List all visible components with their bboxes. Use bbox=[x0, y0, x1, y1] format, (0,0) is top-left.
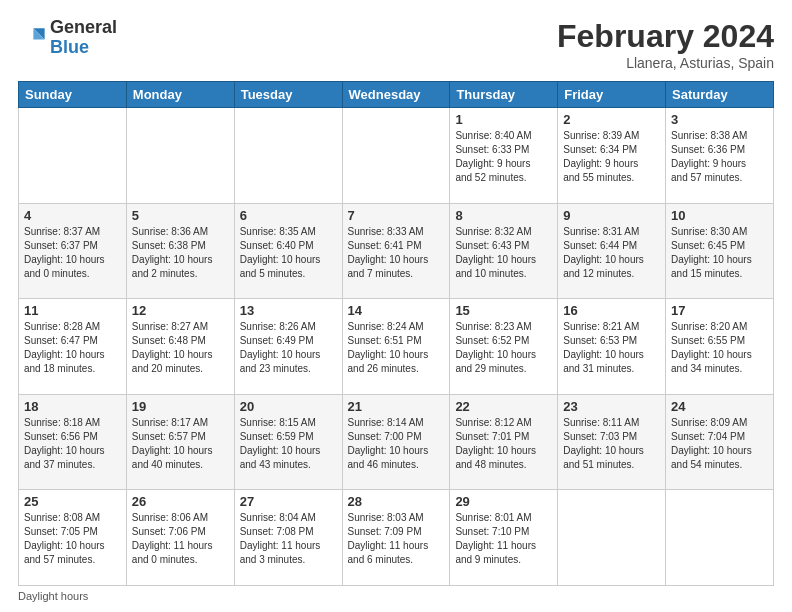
header: General Blue February 2024 Llanera, Astu… bbox=[18, 18, 774, 71]
day-info: Sunrise: 8:03 AM Sunset: 7:09 PM Dayligh… bbox=[348, 511, 445, 567]
day-number: 3 bbox=[671, 112, 768, 127]
logo-icon bbox=[18, 24, 46, 52]
day-number: 18 bbox=[24, 399, 121, 414]
calendar-cell: 17Sunrise: 8:20 AM Sunset: 6:55 PM Dayli… bbox=[666, 299, 774, 395]
day-number: 28 bbox=[348, 494, 445, 509]
calendar-cell: 18Sunrise: 8:18 AM Sunset: 6:56 PM Dayli… bbox=[19, 394, 127, 490]
calendar-cell: 29Sunrise: 8:01 AM Sunset: 7:10 PM Dayli… bbox=[450, 490, 558, 586]
day-info: Sunrise: 8:28 AM Sunset: 6:47 PM Dayligh… bbox=[24, 320, 121, 376]
day-info: Sunrise: 8:06 AM Sunset: 7:06 PM Dayligh… bbox=[132, 511, 229, 567]
page: General Blue February 2024 Llanera, Astu… bbox=[0, 0, 792, 612]
calendar-week-row: 1Sunrise: 8:40 AM Sunset: 6:33 PM Daylig… bbox=[19, 108, 774, 204]
calendar-cell: 26Sunrise: 8:06 AM Sunset: 7:06 PM Dayli… bbox=[126, 490, 234, 586]
calendar-cell bbox=[19, 108, 127, 204]
calendar-table: SundayMondayTuesdayWednesdayThursdayFrid… bbox=[18, 81, 774, 586]
logo-text: General Blue bbox=[50, 18, 117, 58]
day-info: Sunrise: 8:36 AM Sunset: 6:38 PM Dayligh… bbox=[132, 225, 229, 281]
day-info: Sunrise: 8:38 AM Sunset: 6:36 PM Dayligh… bbox=[671, 129, 768, 185]
day-number: 7 bbox=[348, 208, 445, 223]
day-number: 12 bbox=[132, 303, 229, 318]
day-info: Sunrise: 8:32 AM Sunset: 6:43 PM Dayligh… bbox=[455, 225, 552, 281]
day-number: 29 bbox=[455, 494, 552, 509]
calendar-cell: 27Sunrise: 8:04 AM Sunset: 7:08 PM Dayli… bbox=[234, 490, 342, 586]
day-number: 21 bbox=[348, 399, 445, 414]
day-number: 14 bbox=[348, 303, 445, 318]
day-info: Sunrise: 8:37 AM Sunset: 6:37 PM Dayligh… bbox=[24, 225, 121, 281]
calendar-cell: 16Sunrise: 8:21 AM Sunset: 6:53 PM Dayli… bbox=[558, 299, 666, 395]
day-info: Sunrise: 8:12 AM Sunset: 7:01 PM Dayligh… bbox=[455, 416, 552, 472]
calendar-cell: 21Sunrise: 8:14 AM Sunset: 7:00 PM Dayli… bbox=[342, 394, 450, 490]
day-number: 10 bbox=[671, 208, 768, 223]
calendar-week-row: 18Sunrise: 8:18 AM Sunset: 6:56 PM Dayli… bbox=[19, 394, 774, 490]
month-title: February 2024 bbox=[557, 18, 774, 55]
day-number: 23 bbox=[563, 399, 660, 414]
calendar-cell: 8Sunrise: 8:32 AM Sunset: 6:43 PM Daylig… bbox=[450, 203, 558, 299]
col-header-sunday: Sunday bbox=[19, 82, 127, 108]
calendar-cell bbox=[234, 108, 342, 204]
calendar-header-row: SundayMondayTuesdayWednesdayThursdayFrid… bbox=[19, 82, 774, 108]
calendar-cell: 3Sunrise: 8:38 AM Sunset: 6:36 PM Daylig… bbox=[666, 108, 774, 204]
location: Llanera, Asturias, Spain bbox=[557, 55, 774, 71]
calendar-cell: 24Sunrise: 8:09 AM Sunset: 7:04 PM Dayli… bbox=[666, 394, 774, 490]
day-number: 5 bbox=[132, 208, 229, 223]
day-info: Sunrise: 8:01 AM Sunset: 7:10 PM Dayligh… bbox=[455, 511, 552, 567]
day-number: 13 bbox=[240, 303, 337, 318]
calendar-cell: 20Sunrise: 8:15 AM Sunset: 6:59 PM Dayli… bbox=[234, 394, 342, 490]
calendar-cell bbox=[666, 490, 774, 586]
day-number: 2 bbox=[563, 112, 660, 127]
day-number: 8 bbox=[455, 208, 552, 223]
day-number: 1 bbox=[455, 112, 552, 127]
calendar-cell bbox=[342, 108, 450, 204]
calendar-cell: 6Sunrise: 8:35 AM Sunset: 6:40 PM Daylig… bbox=[234, 203, 342, 299]
calendar-cell bbox=[126, 108, 234, 204]
day-number: 25 bbox=[24, 494, 121, 509]
day-info: Sunrise: 8:17 AM Sunset: 6:57 PM Dayligh… bbox=[132, 416, 229, 472]
day-info: Sunrise: 8:40 AM Sunset: 6:33 PM Dayligh… bbox=[455, 129, 552, 185]
day-info: Sunrise: 8:11 AM Sunset: 7:03 PM Dayligh… bbox=[563, 416, 660, 472]
calendar-cell: 7Sunrise: 8:33 AM Sunset: 6:41 PM Daylig… bbox=[342, 203, 450, 299]
day-info: Sunrise: 8:14 AM Sunset: 7:00 PM Dayligh… bbox=[348, 416, 445, 472]
day-info: Sunrise: 8:27 AM Sunset: 6:48 PM Dayligh… bbox=[132, 320, 229, 376]
day-info: Sunrise: 8:04 AM Sunset: 7:08 PM Dayligh… bbox=[240, 511, 337, 567]
calendar-cell: 13Sunrise: 8:26 AM Sunset: 6:49 PM Dayli… bbox=[234, 299, 342, 395]
day-number: 17 bbox=[671, 303, 768, 318]
day-number: 27 bbox=[240, 494, 337, 509]
day-number: 19 bbox=[132, 399, 229, 414]
day-info: Sunrise: 8:30 AM Sunset: 6:45 PM Dayligh… bbox=[671, 225, 768, 281]
title-block: February 2024 Llanera, Asturias, Spain bbox=[557, 18, 774, 71]
col-header-saturday: Saturday bbox=[666, 82, 774, 108]
calendar-cell: 1Sunrise: 8:40 AM Sunset: 6:33 PM Daylig… bbox=[450, 108, 558, 204]
day-number: 6 bbox=[240, 208, 337, 223]
calendar-cell: 9Sunrise: 8:31 AM Sunset: 6:44 PM Daylig… bbox=[558, 203, 666, 299]
day-info: Sunrise: 8:15 AM Sunset: 6:59 PM Dayligh… bbox=[240, 416, 337, 472]
day-info: Sunrise: 8:09 AM Sunset: 7:04 PM Dayligh… bbox=[671, 416, 768, 472]
day-number: 22 bbox=[455, 399, 552, 414]
day-number: 9 bbox=[563, 208, 660, 223]
logo-blue-text: Blue bbox=[50, 38, 117, 58]
calendar-week-row: 25Sunrise: 8:08 AM Sunset: 7:05 PM Dayli… bbox=[19, 490, 774, 586]
calendar-cell: 14Sunrise: 8:24 AM Sunset: 6:51 PM Dayli… bbox=[342, 299, 450, 395]
calendar-cell: 15Sunrise: 8:23 AM Sunset: 6:52 PM Dayli… bbox=[450, 299, 558, 395]
col-header-wednesday: Wednesday bbox=[342, 82, 450, 108]
day-number: 20 bbox=[240, 399, 337, 414]
day-info: Sunrise: 8:21 AM Sunset: 6:53 PM Dayligh… bbox=[563, 320, 660, 376]
day-info: Sunrise: 8:31 AM Sunset: 6:44 PM Dayligh… bbox=[563, 225, 660, 281]
day-number: 11 bbox=[24, 303, 121, 318]
day-info: Sunrise: 8:24 AM Sunset: 6:51 PM Dayligh… bbox=[348, 320, 445, 376]
calendar-cell: 11Sunrise: 8:28 AM Sunset: 6:47 PM Dayli… bbox=[19, 299, 127, 395]
col-header-friday: Friday bbox=[558, 82, 666, 108]
day-number: 15 bbox=[455, 303, 552, 318]
calendar-cell: 28Sunrise: 8:03 AM Sunset: 7:09 PM Dayli… bbox=[342, 490, 450, 586]
calendar-cell: 10Sunrise: 8:30 AM Sunset: 6:45 PM Dayli… bbox=[666, 203, 774, 299]
day-number: 4 bbox=[24, 208, 121, 223]
calendar-week-row: 11Sunrise: 8:28 AM Sunset: 6:47 PM Dayli… bbox=[19, 299, 774, 395]
calendar-cell: 23Sunrise: 8:11 AM Sunset: 7:03 PM Dayli… bbox=[558, 394, 666, 490]
calendar-cell: 2Sunrise: 8:39 AM Sunset: 6:34 PM Daylig… bbox=[558, 108, 666, 204]
logo: General Blue bbox=[18, 18, 117, 58]
day-info: Sunrise: 8:39 AM Sunset: 6:34 PM Dayligh… bbox=[563, 129, 660, 185]
col-header-monday: Monday bbox=[126, 82, 234, 108]
calendar-week-row: 4Sunrise: 8:37 AM Sunset: 6:37 PM Daylig… bbox=[19, 203, 774, 299]
day-number: 16 bbox=[563, 303, 660, 318]
day-number: 26 bbox=[132, 494, 229, 509]
day-info: Sunrise: 8:08 AM Sunset: 7:05 PM Dayligh… bbox=[24, 511, 121, 567]
